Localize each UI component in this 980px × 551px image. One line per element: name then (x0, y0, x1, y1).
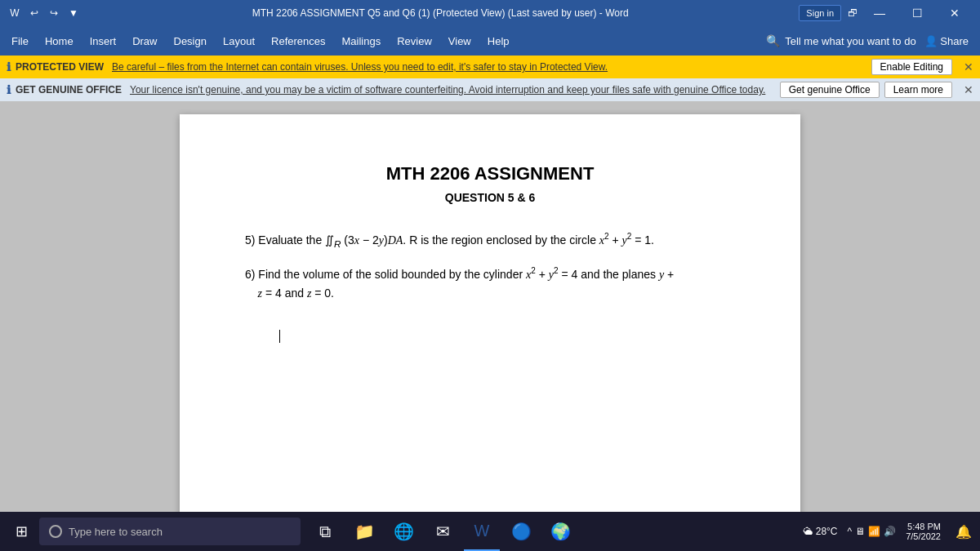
search-placeholder: Tell me what you want to do (785, 35, 915, 47)
genuine-message: Your licence isn't genuine, and you may … (130, 84, 765, 96)
restore-window-icon[interactable]: 🗗 (844, 5, 861, 21)
menu-review[interactable]: Review (389, 32, 440, 51)
taskbar: ⊞ Type here to search ⧉ 📁 🌐 ✉ W 🔵 🌍 🌥 28… (0, 512, 980, 551)
weather-icon: 🌥 (803, 526, 813, 537)
question-5: 5) Evaluate the ∬R (3x − 2y)DA. R is the… (245, 230, 735, 251)
window-controls: — ☐ ✕ (861, 0, 973, 26)
volume-icon[interactable]: 🔊 (884, 526, 896, 537)
genuine-close-icon[interactable]: ✕ (964, 83, 973, 96)
windows-icon: ⊞ (16, 522, 28, 540)
menu-insert[interactable]: Insert (82, 32, 125, 51)
text-cursor (279, 330, 280, 343)
share-icon: 👤 (924, 35, 938, 47)
learn-more-button[interactable]: Learn more (884, 82, 952, 98)
cursor-area (245, 330, 735, 346)
title-bar-icons: W ↩ ↪ ▼ (7, 5, 82, 21)
document-page[interactable]: MTH 2206 ASSIGNMENT QUESTION 5 & 6 5) Ev… (180, 114, 800, 512)
taskbar-search[interactable]: Type here to search (39, 518, 301, 545)
get-genuine-office-button[interactable]: Get genuine Office (780, 82, 880, 98)
genuine-label: GET GENUINE OFFICE (16, 84, 122, 96)
protected-view-bar: ℹ PROTECTED VIEW Be careful – files from… (0, 56, 980, 78)
chevron-up-icon[interactable]: ^ (848, 526, 853, 537)
clock-time: 5:48 PM (907, 522, 941, 531)
document-title: MTH 2206 ASSIGNMENT Q5 and Q6 (1) (Prote… (82, 7, 799, 19)
menu-home[interactable]: Home (37, 32, 82, 51)
menu-file[interactable]: File (3, 32, 37, 51)
weather-temp: 28°C (816, 526, 838, 537)
task-view-button[interactable]: ⧉ (307, 512, 343, 551)
title-bar-controls: Sign in 🗗 (799, 5, 861, 21)
sign-in-button[interactable]: Sign in (799, 5, 841, 21)
file-explorer-button[interactable]: 📁 (346, 512, 382, 551)
network-button[interactable]: 🌍 (542, 512, 578, 551)
menu-layout[interactable]: Layout (215, 32, 263, 51)
desktop-icon[interactable]: 🖥 (855, 526, 865, 537)
customize-icon[interactable]: ▼ (65, 5, 82, 21)
genuine-office-bar: ℹ GET GENUINE OFFICE Your licence isn't … (0, 78, 980, 101)
title-bar: W ↩ ↪ ▼ MTH 2206 ASSIGNMENT Q5 and Q6 (1… (0, 0, 980, 26)
protected-label: PROTECTED VIEW (16, 61, 104, 73)
weather-widget: 🌥 28°C (796, 526, 844, 537)
edge-button[interactable]: 🌐 (385, 512, 421, 551)
word-taskbar-button[interactable]: W (464, 512, 500, 551)
chrome-button[interactable]: 🔵 (503, 512, 539, 551)
document-title-heading: MTH 2206 ASSIGNMENT (245, 163, 735, 184)
menu-bar: File Home Insert Draw Design Layout Refe… (0, 26, 980, 56)
menu-view[interactable]: View (440, 32, 479, 51)
q5-text: 5) Evaluate the ∬R (3x − 2y)DA. R is the… (245, 233, 654, 247)
enable-editing-button[interactable]: Enable Editing (871, 59, 952, 75)
share-button[interactable]: 👤 Share (916, 32, 977, 51)
clock[interactable]: 5:48 PM 7/5/2022 (899, 522, 947, 541)
document-subtitle: QUESTION 5 & 6 (245, 191, 735, 204)
minimize-button[interactable]: — (861, 0, 898, 26)
menu-design[interactable]: Design (166, 32, 215, 51)
protected-close-icon[interactable]: ✕ (964, 60, 973, 73)
taskbar-search-icon (49, 525, 62, 538)
menu-search[interactable]: 🔍 Tell me what you want to do (766, 34, 915, 47)
info-icon: ℹ (7, 60, 11, 73)
taskbar-right: 🌥 28°C ^ 🖥 📶 🔊 5:48 PM 7/5/2022 🔔 (796, 522, 977, 541)
mail-button[interactable]: ✉ (425, 512, 461, 551)
system-tray: ^ 🖥 📶 🔊 (848, 526, 897, 537)
protected-message: Be careful – files from the Internet can… (112, 61, 608, 73)
undo-icon[interactable]: ↩ (26, 5, 42, 21)
menu-draw[interactable]: Draw (124, 32, 165, 51)
word-icon[interactable]: W (7, 5, 23, 21)
menu-references[interactable]: References (263, 32, 333, 51)
taskbar-items: ⧉ 📁 🌐 ✉ W 🔵 🌍 (307, 512, 578, 551)
question-6: 6) Find the volume of the solid bounded … (245, 264, 735, 303)
genuine-info-icon: ℹ (7, 83, 11, 96)
menu-mailings[interactable]: Mailings (334, 32, 390, 51)
network-tray-icon[interactable]: 📶 (868, 526, 880, 537)
start-button[interactable]: ⊞ (3, 512, 39, 551)
maximize-button[interactable]: ☐ (898, 0, 936, 26)
close-button[interactable]: ✕ (936, 0, 973, 26)
search-icon: 🔍 (766, 34, 780, 47)
taskbar-search-text: Type here to search (69, 526, 163, 538)
menu-help[interactable]: Help (479, 32, 518, 51)
document-area: MTH 2206 ASSIGNMENT QUESTION 5 & 6 5) Ev… (0, 101, 980, 512)
q6-text: 6) Find the volume of the solid bounded … (245, 268, 674, 300)
notification-button[interactable]: 🔔 (951, 524, 977, 540)
clock-date: 7/5/2022 (906, 531, 941, 541)
redo-icon[interactable]: ↪ (46, 5, 62, 21)
